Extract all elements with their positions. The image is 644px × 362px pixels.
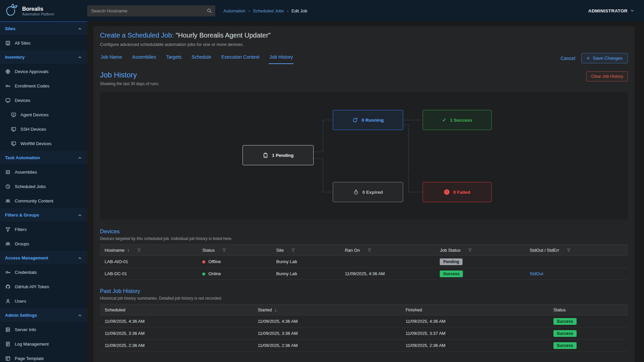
tab-execution-context[interactable]: Execution Context bbox=[221, 52, 260, 64]
col-scheduled[interactable]: Scheduled bbox=[100, 304, 253, 315]
sidebar-item-enrollment-codes[interactable]: Enrollment Codes bbox=[0, 79, 87, 93]
devices-heading: Devices bbox=[100, 228, 628, 235]
stdout-link[interactable]: StdOut bbox=[530, 271, 543, 276]
sidebar-item-ssh-devices[interactable]: SSH Devices bbox=[0, 122, 87, 136]
chevron-up-icon bbox=[77, 156, 82, 160]
sidebar: Sites All Sites Inventory Device Approva… bbox=[0, 21, 87, 362]
column-filter-icon[interactable] bbox=[367, 248, 372, 252]
user-menu[interactable]: ADMINISTRATOR bbox=[588, 8, 635, 13]
pending-status-box[interactable]: 1 Pending bbox=[243, 145, 314, 165]
sidebar-section-inventory[interactable]: Inventory bbox=[0, 50, 87, 64]
user-icon bbox=[5, 298, 11, 304]
hostname-cell: LAB-DC-01 bbox=[100, 268, 198, 280]
sidebar-item-groups[interactable]: Groups bbox=[0, 237, 87, 251]
column-filter-icon[interactable] bbox=[468, 248, 472, 252]
column-filter-icon[interactable] bbox=[567, 248, 571, 252]
success-badge: Success bbox=[553, 318, 577, 325]
success-status-box[interactable]: ✓ 1 Success bbox=[423, 110, 492, 130]
col-status[interactable]: Status bbox=[549, 304, 628, 315]
failed-status-box[interactable]: ! 0 Failed bbox=[423, 182, 492, 202]
devices-section-header: Devices Devices targeted by this schedul… bbox=[100, 228, 628, 241]
chevron-up-icon bbox=[77, 55, 82, 60]
started-cell: 11/09/2025, 4:36 AM bbox=[253, 315, 401, 327]
terminal-icon bbox=[11, 141, 16, 146]
col-site[interactable]: Site bbox=[272, 245, 340, 256]
breadcrumb-separator: › bbox=[249, 8, 250, 13]
scheduled-cell: 11/09/2025, 4:36 AM bbox=[100, 315, 253, 327]
tab-targets[interactable]: Targets bbox=[165, 52, 182, 64]
col-finished[interactable]: Finished bbox=[401, 304, 549, 315]
sort-desc-icon[interactable]: ↓ bbox=[274, 307, 277, 312]
sidebar-item-scheduled-jobs[interactable]: Scheduled Jobs bbox=[0, 179, 87, 194]
breadcrumb-separator: › bbox=[287, 8, 288, 13]
past-job-row[interactable]: 11/09/2025, 4:36 AM 11/09/2025, 4:36 AM … bbox=[100, 315, 628, 327]
success-badge: Success bbox=[553, 342, 577, 349]
sidebar-item-log-management[interactable]: Log Management bbox=[0, 337, 87, 351]
finished-cell: 11/09/2025, 3:37 AM bbox=[401, 327, 549, 340]
sidebar-item-github-api-token[interactable]: GitHub API Token bbox=[0, 280, 87, 294]
running-status-box[interactable]: 0 Running bbox=[333, 110, 403, 130]
terminal-icon bbox=[11, 126, 16, 132]
tab-job-name[interactable]: Job Name bbox=[100, 52, 123, 64]
column-filter-icon[interactable] bbox=[137, 248, 141, 252]
sidebar-section-filters-groups[interactable]: Filters & Groups bbox=[0, 208, 87, 222]
sidebar-item-all-sites[interactable]: All Sites bbox=[0, 36, 87, 50]
job-history-subheading: Showing the last 30 days of runs. bbox=[100, 81, 159, 86]
sidebar-item-device-approvals[interactable]: Device Approvals bbox=[0, 64, 87, 79]
column-filter-icon[interactable] bbox=[222, 248, 226, 252]
globe-check-icon bbox=[5, 69, 11, 74]
sidebar-section-sites[interactable]: Sites bbox=[0, 22, 87, 36]
past-job-row[interactable]: 11/09/2025, 2:36 AM 11/09/2025, 2:36 AM … bbox=[100, 340, 628, 352]
borealis-logo-icon bbox=[4, 3, 19, 18]
col-hostname[interactable]: Hostname ↑ bbox=[100, 245, 198, 256]
breadcrumb-scheduled-jobs[interactable]: Scheduled Jobs bbox=[253, 8, 284, 13]
device-table-row[interactable]: LAB-AIO-01 Offline Bunny Lab Pending bbox=[100, 256, 628, 268]
sidebar-item-filters[interactable]: Filters bbox=[0, 222, 87, 237]
sidebar-item-agent-devices[interactable]: Agent Devices bbox=[0, 108, 87, 122]
sort-asc-icon[interactable]: ↑ bbox=[127, 248, 129, 253]
sidebar-section-access-management[interactable]: Access Management bbox=[0, 251, 87, 265]
search-input[interactable] bbox=[87, 5, 215, 16]
clock-icon bbox=[5, 184, 11, 189]
past-job-row[interactable]: 11/09/2025, 3:36 AM 11/09/2025, 3:36 AM … bbox=[100, 327, 628, 340]
breadcrumb-automation[interactable]: Automation bbox=[223, 8, 246, 13]
tab-schedule[interactable]: Schedule bbox=[191, 52, 212, 64]
sidebar-item-credentials[interactable]: Credentials bbox=[0, 265, 87, 280]
col-ran-on[interactable]: Ran On bbox=[340, 245, 435, 256]
sidebar-item-users[interactable]: Users bbox=[0, 294, 87, 308]
sidebar-item-winrm-devices[interactable]: WinRM Devices bbox=[0, 136, 87, 151]
chevron-down-icon bbox=[630, 8, 635, 13]
sidebar-section-task-automation[interactable]: Task Automation bbox=[0, 151, 87, 165]
tab-assemblies[interactable]: Assemblies bbox=[131, 52, 157, 64]
sidebar-item-page-template[interactable]: Page Template bbox=[0, 351, 87, 362]
save-changes-button[interactable]: + Save Changes bbox=[581, 53, 628, 63]
site-cell: Bunny Lab bbox=[272, 256, 340, 268]
sidebar-item-community-content[interactable]: Community Content bbox=[0, 194, 87, 208]
col-status[interactable]: Status bbox=[198, 245, 271, 256]
top-bar: Borealis Automation Platform Automation … bbox=[0, 0, 644, 21]
col-stdout-stderr[interactable]: StdOut / StdErr bbox=[525, 245, 628, 256]
success-badge: Success bbox=[440, 270, 463, 277]
sidebar-item-server-info[interactable]: Server Info bbox=[0, 322, 87, 337]
device-table-row[interactable]: LAB-DC-01 Online Bunny Lab 11/09/2025, 4… bbox=[100, 268, 628, 280]
sidebar-section-admin-settings[interactable]: Admin Settings bbox=[0, 308, 87, 322]
finished-cell: 11/09/2025, 2:36 AM bbox=[401, 340, 549, 352]
clear-job-history-button[interactable]: Clear Job History bbox=[586, 71, 628, 81]
sidebar-item-devices[interactable]: Devices bbox=[0, 93, 87, 108]
column-filter-icon[interactable] bbox=[291, 248, 296, 252]
expired-status-box[interactable]: 0 Expired bbox=[333, 182, 403, 202]
past-table-header-row: Scheduled Started ↓ Finished Status bbox=[100, 304, 628, 315]
sidebar-item-assemblies[interactable]: Assemblies bbox=[0, 165, 87, 179]
cancel-button[interactable]: Cancel bbox=[561, 56, 576, 61]
page-subtitle: Configure advanced schedulable automatio… bbox=[100, 42, 628, 47]
server-icon bbox=[5, 327, 11, 333]
tab-bar: Job Name Assemblies Targets Schedule Exe… bbox=[100, 52, 628, 64]
stdout-cell: StdOut bbox=[525, 268, 628, 280]
past-job-history-heading: Past Job History bbox=[100, 288, 628, 294]
groups-icon bbox=[5, 241, 11, 247]
hostname-search[interactable] bbox=[87, 5, 215, 16]
col-job-status[interactable]: Job Status bbox=[435, 245, 525, 256]
search-icon[interactable] bbox=[207, 8, 212, 14]
tab-job-history[interactable]: Job History bbox=[269, 52, 293, 64]
col-started[interactable]: Started ↓ bbox=[253, 304, 401, 315]
